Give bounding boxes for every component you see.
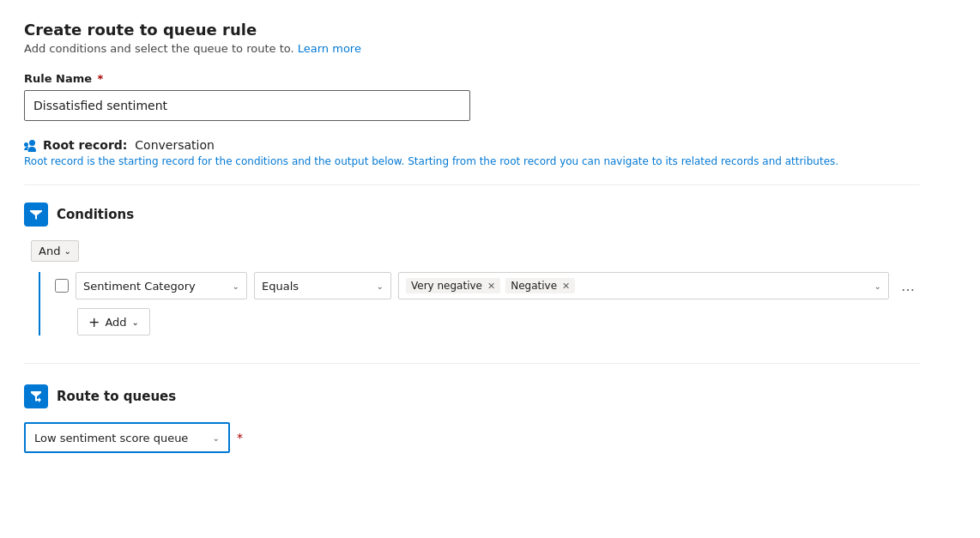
root-record-section: Root record: Conversation Root record is… [24,138,920,167]
root-record-description: Root record is the starting record for t… [24,155,848,167]
rule-name-input[interactable] [24,90,470,121]
and-chevron-icon: ⌄ [64,246,70,256]
add-condition-button[interactable]: + Add ⌄ [77,308,150,335]
sentiment-category-label: Sentiment Category [83,280,196,293]
route-section-header: Route to queues [24,384,920,408]
route-section-content: Low sentiment score queue ⌄ * [24,422,920,453]
condition-checkbox[interactable] [55,279,69,293]
page-subtitle-text: Add conditions and select the queue to r… [24,42,298,55]
page-subtitle: Add conditions and select the queue to r… [24,42,920,55]
queue-select-wrapper: Low sentiment score queue ⌄ * [24,422,920,453]
conditions-icon [29,208,43,221]
page-container: Create route to queue rule Add condition… [0,0,944,474]
person-group-icon [24,138,38,152]
divider-2 [24,363,920,364]
conditions-tree: Sentiment Category ⌄ Equals ⌄ Very negat… [31,272,920,335]
tag-very-negative: Very negative ✕ [406,278,500,293]
tag-negative-label: Negative [511,280,557,292]
conditions-icon-box [24,203,48,227]
conditions-section-header: Conditions [24,203,920,227]
tree-left [31,272,48,335]
route-section: Route to queues Low sentiment score queu… [24,384,920,453]
rule-name-label: Rule Name * [24,72,920,85]
sentiment-category-select[interactable]: Sentiment Category ⌄ [76,272,247,299]
required-indicator: * [94,72,103,85]
root-record-value: Conversation [135,138,215,152]
equals-label: Equals [262,280,299,293]
equals-chevron-icon: ⌄ [377,281,384,291]
route-section-title: Route to queues [57,389,176,404]
conditions-section-title: Conditions [57,207,134,222]
queue-select[interactable]: Low sentiment score queue ⌄ [24,422,230,453]
tree-content: Sentiment Category ⌄ Equals ⌄ Very negat… [48,272,920,335]
tag-negative-close[interactable]: ✕ [562,281,570,291]
queue-required-indicator: * [237,431,243,444]
tag-very-negative-close[interactable]: ✕ [487,281,495,291]
condition-row: Sentiment Category ⌄ Equals ⌄ Very negat… [55,272,920,299]
page-title: Create route to queue rule [24,21,920,39]
route-icon [29,390,43,403]
queue-select-chevron-icon: ⌄ [213,433,220,443]
route-icon-box [24,384,48,408]
equals-operator-select[interactable]: Equals ⌄ [254,272,391,299]
conditions-area: Conditions And ⌄ Sentiment Category ⌄ [24,203,920,335]
divider-1 [24,184,920,185]
add-button-row: + Add ⌄ [77,308,920,335]
and-label: And [39,245,60,257]
values-multiselect[interactable]: Very negative ✕ Negative ✕ ⌄ [398,272,889,299]
learn-more-link[interactable]: Learn more [298,42,361,55]
root-record-label: Root record: Conversation [43,138,215,152]
add-icon: + [88,314,100,330]
add-label: Add [105,316,126,329]
tree-vertical-line [39,272,40,335]
tag-negative: Negative ✕ [505,278,575,293]
root-record-header: Root record: Conversation [24,138,920,152]
more-options-button[interactable]: … [896,274,920,298]
and-dropdown[interactable]: And ⌄ [31,240,79,262]
add-chevron-icon: ⌄ [132,317,139,327]
queue-select-value: Low sentiment score queue [34,432,188,444]
sentiment-category-chevron-icon: ⌄ [233,281,239,291]
tag-very-negative-label: Very negative [411,280,482,292]
values-chevron-icon: ⌄ [874,281,881,291]
